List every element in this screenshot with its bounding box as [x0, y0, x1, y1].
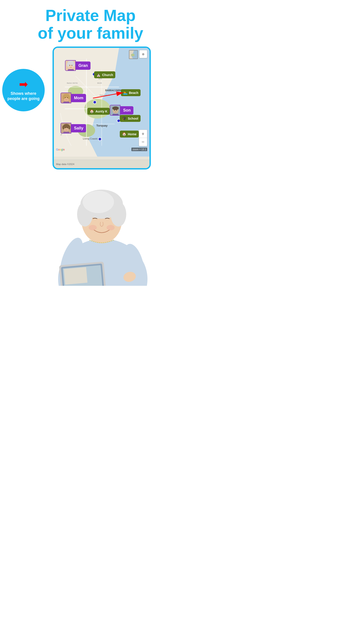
callout-bubble: ➡ Shows where people are going	[2, 69, 45, 111]
son-photo	[110, 105, 120, 116]
map-attribution: Map data ©2024	[56, 163, 74, 166]
gran-name: Gran	[76, 62, 90, 70]
school-icon: 🎓	[122, 116, 126, 120]
map-bottom-bar: Map data ©2024	[54, 160, 149, 168]
son-name: Son	[120, 106, 133, 114]
main-content: ➡ Shows where people are going	[0, 46, 181, 170]
header-section: Private Map of your family	[0, 0, 181, 46]
svg-point-45	[68, 126, 70, 130]
svg-point-20	[67, 62, 69, 67]
svg-point-21	[72, 62, 75, 67]
school-label: School	[128, 117, 138, 120]
svg-point-59	[107, 225, 115, 230]
zoom-level: zoom = 13.1	[131, 148, 147, 151]
svg-rect-40	[112, 114, 119, 116]
gran-photo	[65, 60, 76, 71]
tablet-frame: Barton Hill Rd B3199 A379 Torbay Road Hi…	[52, 46, 151, 170]
google-logo: Google	[56, 148, 65, 151]
church-icon: ⛪	[96, 73, 101, 77]
auntyk-label: Aunty K	[95, 110, 107, 113]
svg-rect-24	[68, 69, 74, 71]
svg-point-58	[89, 225, 97, 230]
map-thumbnail	[129, 50, 138, 59]
church-marker: ⛪ Church	[94, 71, 115, 78]
beach-marker: 🏊 Beach	[121, 89, 141, 96]
mom-marker: Mom	[60, 92, 86, 103]
person-illustration-area	[0, 170, 181, 286]
svg-text:B3199: B3199	[97, 82, 102, 84]
svg-point-47	[67, 128, 68, 128]
map-area[interactable]: Barton Hill Rd B3199 A379 Torbay Road Hi…	[54, 48, 149, 160]
svg-point-29	[68, 96, 70, 100]
svg-point-23	[71, 65, 72, 66]
gran-marker: Gran	[65, 60, 90, 71]
son-marker: Son	[110, 105, 133, 116]
babbacombe-label: BABBACOMBE	[105, 89, 122, 92]
home-icon: 🏠	[122, 132, 126, 136]
mom-name: Mom	[71, 94, 86, 102]
svg-point-30	[65, 98, 66, 98]
svg-point-22	[69, 65, 70, 66]
auntyk-marker: 🏠 Aunty K	[87, 108, 110, 115]
sally-marker: Sally	[60, 123, 86, 134]
arrow-right-icon: ➡	[19, 79, 28, 90]
school-marker: 🎓 School	[120, 115, 141, 122]
svg-point-38	[116, 110, 117, 111]
zoom-out-button[interactable]: −	[139, 138, 147, 146]
svg-text:A379: A379	[98, 78, 102, 80]
svg-text:Barton Hill Rd: Barton Hill Rd	[67, 82, 77, 84]
sally-name: Sally	[71, 124, 86, 132]
svg-point-44	[62, 126, 64, 130]
svg-point-16	[131, 54, 134, 56]
mom-photo	[60, 92, 71, 103]
svg-rect-67	[64, 267, 88, 285]
svg-point-28	[62, 96, 65, 100]
map-controls: ⊕	[139, 50, 147, 58]
svg-rect-32	[63, 102, 69, 103]
home-label: Home	[128, 132, 137, 136]
svg-text:Higher Erith Rd: Higher Erith Rd	[99, 94, 110, 96]
auntyk-icon: 🏠	[90, 109, 94, 113]
living-coasts-label: Living Coasts ⊕	[83, 137, 100, 140]
svg-point-31	[67, 98, 68, 98]
svg-point-46	[65, 128, 66, 128]
zoom-controls: + −	[139, 130, 147, 146]
svg-point-37	[114, 110, 115, 111]
torquay-label: Torquay	[96, 124, 107, 127]
elderly-person-svg	[0, 170, 181, 286]
svg-point-57	[83, 191, 114, 213]
header-line2: of your family	[4, 24, 177, 42]
compass-button[interactable]: ⊕	[139, 50, 147, 58]
beach-icon: 🏊	[123, 90, 128, 95]
svg-rect-36	[112, 107, 119, 109]
header-line1: Private Map	[4, 7, 177, 24]
svg-rect-48	[63, 132, 69, 134]
callout-text: Shows where people are going	[2, 91, 45, 102]
sally-photo	[60, 123, 71, 134]
zoom-in-button[interactable]: +	[139, 130, 147, 138]
church-label: Church	[102, 73, 113, 77]
beach-label: Beach	[129, 91, 138, 94]
home-marker: 🏠 Home	[120, 130, 139, 138]
